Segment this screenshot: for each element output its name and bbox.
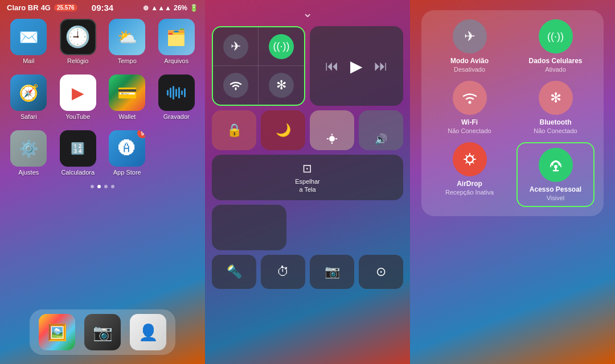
exp-airplane[interactable]: ✈ Modo Avião Desativado <box>430 19 509 73</box>
home-screen: Claro BR 4G 25.576 09:34 ⊕ ▲▲▲ 26% 🔋 ✉️ … <box>0 0 205 364</box>
control-center-panel: ⌄ ✈ ((·)) <box>205 0 410 364</box>
app-clock[interactable]: 🕘 Relógio <box>59 19 98 64</box>
weather-icon: ⛅ <box>109 19 145 55</box>
dock: 🖼️ 📷 👤 <box>30 309 175 355</box>
files-label: Arquivos <box>164 57 188 64</box>
exp-airdrop-sub: Recepção Inativa <box>445 189 494 196</box>
svg-point-0 <box>329 136 335 142</box>
exp-airplane-icon: ✈ <box>453 19 487 53</box>
app-files[interactable]: 🗂️ Arquivos <box>157 19 196 64</box>
exp-personal-hotspot[interactable]: Acesso Pessoal Visivel <box>516 142 594 207</box>
svg-point-5 <box>468 101 471 104</box>
camera-icon: 📷 <box>84 314 121 350</box>
exp-cellular[interactable]: ((·)) Dados Celulares Ativado <box>516 19 594 73</box>
wifi-btn[interactable] <box>213 66 259 105</box>
expanded-control-panel: ✈ Modo Avião Desativado ((·)) Dados Celu… <box>410 0 615 364</box>
photos-icon: 🖼️ <box>39 314 75 350</box>
exp-hotspot-label: Acesso Pessoal <box>530 185 581 193</box>
media-forward-btn[interactable]: ⏭ <box>374 58 388 74</box>
cc-chevron: ⌄ <box>302 6 313 20</box>
exp-wifi-sub: Não Conectado <box>448 127 491 134</box>
settings-label: Ajustes <box>18 169 39 176</box>
dock-contacts[interactable]: 👤 <box>130 314 166 350</box>
app-appstore[interactable]: 9 🅐 App Store <box>108 130 147 176</box>
dock-camera[interactable]: 📷 <box>84 314 121 350</box>
airplay-btn[interactable]: ⊡ Espelhara Tela <box>212 155 403 200</box>
cc-body: ✈ ((·)) ✻ <box>205 20 410 295</box>
cellular-icon: ((·)) <box>269 34 294 59</box>
network-label: 4G <box>41 3 51 12</box>
media-play-btn[interactable]: ▶ <box>350 57 363 76</box>
exp-cellular-sub: Ativado <box>545 66 566 73</box>
cc-row2: 🔒 🌙 🔊 <box>212 110 403 150</box>
media-rewind-btn[interactable]: ⏮ <box>325 58 339 74</box>
dock-photos[interactable]: 🖼️ <box>39 314 75 350</box>
volume-icon: 🔊 <box>375 133 387 146</box>
camera-btn[interactable]: 📷 <box>310 255 354 289</box>
app-grid: ✉️ Mail 🕘 Relógio ⛅ Tempo 🗂️ Arquivos 🧭 … <box>0 13 205 181</box>
exp-wifi[interactable]: Wi-Fi Não Conectado <box>430 81 509 134</box>
status-bar: Claro BR 4G 25.576 09:34 ⊕ ▲▲▲ 26% 🔋 <box>0 0 205 13</box>
battery-label: 26% <box>174 4 187 12</box>
app-calculator[interactable]: 🔢 Calculadora <box>59 130 98 176</box>
dot-0 <box>91 185 94 188</box>
airplane-mode-btn[interactable]: ✈ <box>213 27 259 66</box>
airplane-icon: ✈ <box>223 34 248 59</box>
exp-airdrop-label: AirDrop <box>457 180 482 188</box>
app-wallet[interactable]: 💳 Wallet <box>108 75 147 120</box>
mail-label: Mail <box>23 57 34 64</box>
clock-label: Relógio <box>67 57 88 64</box>
youtube-icon: ▶ <box>60 75 96 111</box>
exp-airdrop-icon <box>453 142 487 176</box>
voice-icon <box>158 75 195 111</box>
signal-icon: ▲▲▲ <box>151 4 171 12</box>
exp-bluetooth-label: Bluetooth <box>540 118 572 126</box>
wallet-label: Wallet <box>118 113 136 120</box>
contacts-icon: 👤 <box>130 314 166 350</box>
page-dots <box>0 185 205 188</box>
mail-count-badge: 25.576 <box>54 4 77 11</box>
appstore-label: App Store <box>113 169 141 176</box>
exp-wifi-label: Wi-Fi <box>461 118 478 126</box>
brightness-slider[interactable] <box>310 110 354 150</box>
media-block: ⏮ ▶ ⏭ <box>310 26 403 106</box>
brightness-icon <box>326 133 338 146</box>
clock-icon: 🕘 <box>60 19 96 55</box>
safari-label: Safari <box>20 113 37 120</box>
exp-airplane-sub: Desativado <box>454 66 485 73</box>
bluetooth-btn[interactable]: ✻ <box>259 66 304 105</box>
qr-btn[interactable]: ⊙ <box>359 255 403 289</box>
voice-label: Gravador <box>163 113 190 120</box>
flashlight-btn[interactable]: 🔦 <box>212 255 256 289</box>
app-safari[interactable]: 🧭 Safari <box>9 75 48 120</box>
bluetooth-icon: ✻ <box>269 73 294 98</box>
app-youtube[interactable]: ▶ YouTube <box>59 75 98 120</box>
exp-cellular-label: Dados Celulares <box>528 57 582 65</box>
expanded-card: ✈ Modo Avião Desativado ((·)) Dados Celu… <box>421 10 604 216</box>
safari-icon: 🧭 <box>10 75 47 111</box>
app-weather[interactable]: ⛅ Tempo <box>108 19 147 64</box>
expanded-body: ✈ Modo Avião Desativado ((·)) Dados Celu… <box>410 0 615 226</box>
app-settings[interactable]: ⚙️ Ajustes <box>9 130 48 176</box>
mail-icon: ✉️ <box>10 19 47 55</box>
exp-bluetooth-sub: Não Conectado <box>534 127 577 134</box>
cellular-btn[interactable]: ((·)) <box>259 27 304 66</box>
cc-bottom-row: 🔦 ⏱ 📷 ⊙ <box>212 255 403 289</box>
timer-btn[interactable]: ⏱ <box>261 255 305 289</box>
exp-wifi-icon <box>453 81 487 115</box>
app-mail[interactable]: ✉️ Mail <box>9 19 48 64</box>
exp-airdrop[interactable]: AirDrop Recepção Inativa <box>430 142 509 207</box>
airplay-label: Espelhara Tela <box>295 177 319 194</box>
exp-hotspot-icon <box>539 148 573 182</box>
do-not-disturb-btn[interactable]: 🌙 <box>261 110 305 150</box>
connectivity-block[interactable]: ✈ ((·)) ✻ <box>212 26 305 106</box>
app-voice[interactable]: Gravador <box>157 75 196 120</box>
exp-cellular-icon: ((·)) <box>539 19 573 53</box>
exp-bluetooth[interactable]: ✻ Bluetooth Não Conectado <box>516 81 594 134</box>
battery-icon: 🔋 <box>190 4 198 12</box>
exp-bluetooth-icon: ✻ <box>539 81 573 115</box>
expanded-grid: ✈ Modo Avião Desativado ((·)) Dados Celu… <box>430 19 594 207</box>
volume-slider[interactable]: 🔊 <box>359 110 403 150</box>
rotation-lock-btn[interactable]: 🔒 <box>212 110 256 150</box>
carrier-label: Claro BR <box>7 3 39 12</box>
